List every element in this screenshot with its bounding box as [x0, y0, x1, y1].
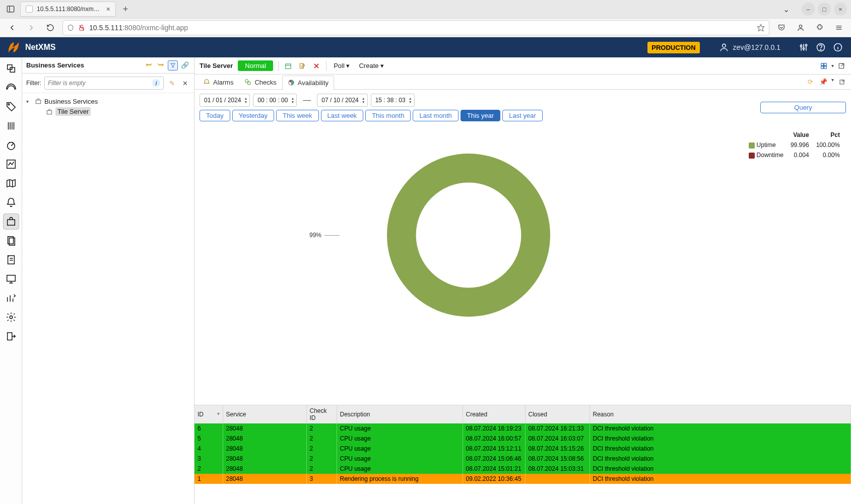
user-menu[interactable]: zev@127.0.0.1 [719, 42, 780, 52]
column-header[interactable]: Service [223, 405, 306, 423]
column-header[interactable]: Reason [590, 405, 851, 423]
rail-item-reporting[interactable] [3, 233, 19, 249]
svg-point-55 [248, 82, 251, 85]
column-header[interactable]: Description [337, 405, 463, 423]
create-menu[interactable]: Create ▾ [357, 61, 386, 70]
poll-menu[interactable]: Poll ▾ [332, 61, 352, 70]
edit-icon[interactable] [298, 61, 307, 70]
rail-item-templates[interactable] [3, 118, 19, 134]
about-icon[interactable] [832, 41, 844, 53]
rail-item-tools[interactable] [3, 290, 19, 306]
legend-row: Uptime99.996100.00% [746, 140, 843, 150]
nav-reload-button[interactable] [43, 21, 57, 35]
availability-toolbar: 01 / 01 / 2024▲▼ 00 : 00 : 00▲▼ — 07 / 1… [194, 90, 851, 125]
tab-pin-icon[interactable]: 📌 [818, 77, 828, 87]
tab-alarms-label: Alarms [213, 79, 233, 86]
rail-item-dashboards[interactable] [3, 137, 19, 153]
time-to-input[interactable]: 15 : 38 : 03▲▼ [371, 94, 415, 107]
column-header[interactable]: Closed [525, 405, 590, 423]
nav-prev-icon[interactable]: ⮨ [144, 60, 154, 70]
tree-root-row[interactable]: ▾ Business Services [24, 96, 192, 106]
window-minimize-button[interactable]: – [802, 3, 815, 16]
tree-child-row[interactable]: Tile Server [24, 106, 192, 117]
browser-sidebar-icon[interactable] [4, 3, 17, 16]
delete-icon[interactable] [312, 61, 321, 70]
popout-icon[interactable] [837, 61, 846, 70]
table-row[interactable]: 1280483Rendering process is running09.02… [194, 474, 851, 484]
rail-item-monitor[interactable] [3, 271, 19, 287]
app-menu-icon[interactable] [832, 21, 846, 35]
table-row[interactable]: 3280482CPU usage08.07.2024 15:06:4608.07… [194, 454, 851, 464]
table-row[interactable]: 6280482CPU usage08.07.2024 16:19:2308.07… [194, 423, 851, 434]
window-maximize-button[interactable]: □ [818, 3, 831, 16]
rail-item-graphs[interactable] [3, 156, 19, 172]
rail-item-objects[interactable] [3, 60, 19, 77]
nav-back-button[interactable] [5, 21, 19, 35]
filter-toggle-icon[interactable] [168, 60, 178, 70]
view-menu-caret-icon[interactable]: ▾ [831, 63, 834, 68]
range-btn-yesterday[interactable]: Yesterday [232, 110, 274, 121]
rail-item-maps[interactable] [3, 175, 19, 191]
filter-input[interactable] [48, 80, 152, 87]
view-grid-icon[interactable] [819, 61, 828, 70]
svg-point-17 [820, 49, 821, 50]
nav-next-icon[interactable]: ⮩ [156, 60, 166, 70]
column-header[interactable]: ID▾ [194, 405, 223, 423]
range-btn-today[interactable]: Today [200, 110, 230, 121]
rail-item-alarms[interactable] [3, 194, 19, 210]
bookmark-star-icon[interactable] [757, 24, 765, 32]
rail-item-tags[interactable] [3, 99, 19, 115]
range-btn-last-week[interactable]: Last week [321, 110, 364, 121]
rail-item-network[interactable] [3, 80, 19, 96]
pocket-icon[interactable] [774, 21, 789, 35]
tree-expand-icon[interactable]: ▾ [26, 99, 32, 104]
rail-item-config[interactable] [3, 309, 19, 325]
help-icon[interactable] [815, 41, 827, 53]
column-header[interactable]: Check ID [306, 405, 337, 423]
browser-tab[interactable]: 10.5.5.111:8080/nxmc-light.ap × [20, 2, 116, 17]
date-to-input[interactable]: 07 / 10 / 2024▲▼ [317, 94, 367, 107]
svg-rect-26 [7, 220, 15, 225]
rail-item-logs[interactable] [3, 252, 19, 268]
nav-forward-button[interactable] [24, 21, 38, 35]
account-icon[interactable] [794, 21, 808, 35]
range-btn-last-year[interactable]: Last year [502, 110, 542, 121]
tab-popout-icon[interactable] [837, 77, 847, 87]
window-close-button[interactable]: × [834, 3, 847, 16]
calendar-icon[interactable] [284, 61, 293, 70]
table-row[interactable]: 5280482CPU usage08.07.2024 16:00:5708.07… [194, 434, 851, 444]
rail-item-logout[interactable] [3, 328, 19, 344]
time-from-input[interactable]: 00 : 00 : 00▲▼ [253, 94, 297, 107]
filter-close-icon[interactable]: ✕ [180, 78, 190, 88]
filter-info-icon[interactable]: i [152, 79, 160, 87]
svg-rect-49 [824, 63, 827, 65]
range-btn-this-year[interactable]: This year [461, 110, 500, 121]
rail-item-business-services[interactable] [3, 213, 19, 230]
new-tab-button[interactable]: + [119, 3, 132, 16]
tab-availability[interactable]: Availability [282, 76, 334, 90]
preferences-icon[interactable] [798, 41, 810, 53]
range-btn-last-month[interactable]: Last month [413, 110, 458, 121]
tree-child-label: Tile Server [55, 107, 91, 116]
range-btn-this-month[interactable]: This month [365, 110, 411, 121]
tab-alarms[interactable]: Alarms [198, 75, 239, 89]
link-icon[interactable]: 🔗 [180, 60, 190, 70]
perspective-rail [0, 57, 22, 504]
tab-pin-menu-icon[interactable]: ▾ [831, 77, 834, 87]
tab-availability-label: Availability [298, 79, 329, 87]
address-bar[interactable]: 10.5.5.111:8080/nxmc-light.app [62, 20, 769, 35]
column-header[interactable]: Created [463, 405, 525, 423]
tabs-overflow-icon[interactable]: ⌄ [783, 5, 790, 14]
tab-close-icon[interactable]: × [105, 5, 111, 13]
table-row[interactable]: 4280482CPU usage08.07.2024 15:12:1108.07… [194, 444, 851, 454]
table-row[interactable]: 2280482CPU usage08.07.2024 15:01:2108.07… [194, 464, 851, 474]
tab-checks[interactable]: Checks [239, 75, 282, 89]
date-from-input[interactable]: 01 / 01 / 2024▲▼ [200, 94, 250, 107]
extensions-icon[interactable] [813, 21, 827, 35]
svg-rect-42 [47, 110, 51, 114]
range-btn-this-week[interactable]: This week [276, 110, 319, 121]
tab-refresh-icon[interactable]: ⟳ [805, 77, 815, 87]
filter-clear-icon[interactable]: ✎ [167, 78, 177, 88]
svg-point-38 [10, 316, 13, 319]
query-button[interactable]: Query [760, 102, 846, 113]
